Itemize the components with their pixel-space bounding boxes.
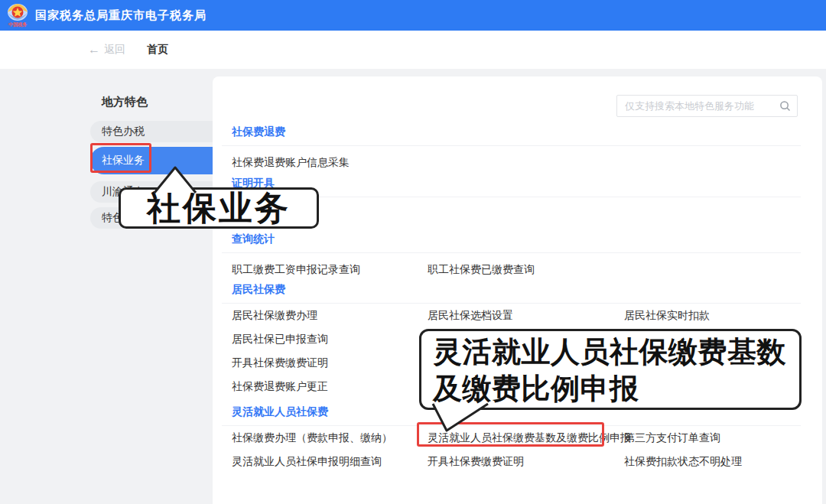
service-link[interactable]: 灵活就业人员社保申报明细查询: [232, 455, 428, 469]
tax-emblem-logo: 中国税务: [6, 2, 29, 28]
section-heading[interactable]: 社保费退费: [222, 125, 801, 139]
callout-text-line1: 灵活就业人员社保缴费基数: [433, 333, 799, 370]
sidebar-item-label: 社保业务: [102, 154, 145, 167]
section-row: 居民社保缴费办理 居民社保选档设置 居民社保实时扣款: [222, 304, 801, 327]
divider: [222, 252, 801, 253]
section-heading[interactable]: 居民社保费: [222, 283, 801, 297]
callout-bubble-link: 灵活就业人员社保缴费基数 及缴费比例申报: [419, 329, 802, 410]
service-link[interactable]: 社保缴费办理（费款申报、缴纳）: [232, 431, 428, 445]
service-link-highlighted[interactable]: 灵活就业人员社保缴费基数及缴费比例申报: [428, 431, 624, 445]
back-button[interactable]: ← 返回: [88, 43, 125, 57]
section-row: 社保缴费办理（费款申报、缴纳） 灵活就业人员社保缴费基数及缴费比例申报 第三方支…: [222, 426, 801, 450]
sidebar-item-shebao-yewu[interactable]: 社保业务: [90, 147, 213, 174]
service-link[interactable]: 社保费扣款状态不明处理: [624, 455, 801, 469]
sidebar-item-texe-banshui[interactable]: 特色办税: [90, 121, 213, 142]
section-chaxun-tongji: 查询统计 职工缴费工资申报记录查询 职工社保费已缴费查询: [222, 232, 801, 281]
back-label: 返回: [104, 43, 125, 57]
section-heading[interactable]: 查询统计: [222, 232, 801, 246]
service-link[interactable]: 第三方支付订单查询: [624, 431, 801, 445]
service-link[interactable]: 社保费退费账户更正: [232, 380, 428, 394]
service-link[interactable]: 居民社保实时扣款: [624, 309, 801, 323]
service-link[interactable]: 开具社保费缴费证明: [232, 356, 428, 370]
app-title: 国家税务总局重庆市电子税务局: [35, 8, 206, 23]
callout-text: 社保业务: [147, 186, 291, 231]
sidebar-item-label: 特色办税: [102, 125, 145, 138]
service-link[interactable]: 居民社保缴费办理: [232, 309, 428, 323]
search-icon[interactable]: [779, 100, 791, 112]
service-link[interactable]: 职工缴费工资申报记录查询: [232, 263, 428, 277]
search-input[interactable]: [625, 100, 779, 112]
service-link[interactable]: 居民社保选档设置: [428, 309, 624, 323]
home-tab[interactable]: 首页: [147, 43, 168, 57]
sidebar-heading: 地方特色: [102, 95, 148, 109]
nav-strip: ← 返回 首页: [0, 31, 826, 69]
service-link[interactable]: 居民社保已申报查询: [232, 333, 428, 346]
search-box[interactable]: [616, 95, 798, 117]
section-row: 社保费退费账户信息采集: [222, 151, 801, 174]
back-arrow-icon: ←: [88, 43, 100, 57]
divider: [222, 145, 801, 146]
main-panel: 社保费退费 社保费退费账户信息采集 证明开具 查询统计 职工缴费工资申报记录查询…: [213, 76, 822, 504]
section-row: 灵活就业人员社保申报明细查询 开具社保费缴费证明 社保费扣款状态不明处理: [222, 450, 801, 473]
section-row: 职工缴费工资申报记录查询 职工社保费已缴费查询: [222, 258, 801, 281]
callout-text-line2: 及缴费比例申报: [433, 370, 799, 407]
service-link[interactable]: 职工社保费已缴费查询: [428, 263, 624, 277]
section-linghuo-jiuye-shebaofei: 灵活就业人员社保费 社保缴费办理（费款申报、缴纳） 灵活就业人员社保缴费基数及缴…: [222, 405, 801, 473]
svg-text:中国税务: 中国税务: [8, 21, 28, 28]
section-shebaofei-tuifei: 社保费退费 社保费退费账户信息采集: [222, 125, 801, 174]
service-link[interactable]: 开具社保费缴费证明: [428, 455, 624, 469]
service-link[interactable]: 社保费退费账户信息采集: [232, 156, 428, 170]
callout-bubble-sidebar: 社保业务: [119, 187, 319, 229]
app-header: 中国税务 国家税务总局重庆市电子税务局: [0, 0, 826, 31]
